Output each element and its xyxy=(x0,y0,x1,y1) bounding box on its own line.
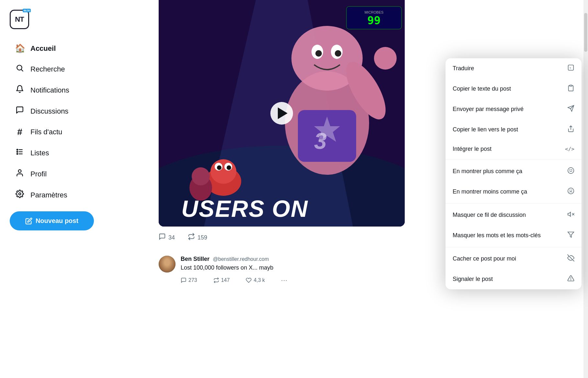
svg-point-4 xyxy=(17,153,18,154)
menu-item-label: Masquer les mots et les mots-clés xyxy=(453,232,564,239)
retweet-icon xyxy=(188,233,195,242)
post-comment-action[interactable]: 273 xyxy=(181,276,197,284)
svg-text:USERS ON: USERS ON xyxy=(181,196,308,222)
svg-line-1 xyxy=(21,70,23,71)
sidebar-item-profil[interactable]: Profil xyxy=(10,164,126,184)
warning-icon xyxy=(567,275,574,284)
sidebar-item-recherche[interactable]: Recherche xyxy=(10,59,126,79)
menu-item-label: Intégrer le post xyxy=(453,146,562,152)
menu-item-montrer-moins[interactable]: En montrer moins comme ça xyxy=(446,182,582,202)
menu-item-label: Traduire xyxy=(453,65,564,72)
svg-point-9 xyxy=(19,193,21,195)
menu-item-envoyer-mp[interactable]: Envoyer par message privé xyxy=(446,99,582,119)
new-post-label: Nouveau post xyxy=(36,217,78,225)
translate-icon: ? xyxy=(567,64,574,73)
menu-item-montrer-plus[interactable]: En montrer plus comme ça xyxy=(446,161,582,182)
clipboard-icon xyxy=(567,84,574,93)
sidebar-item-fils[interactable]: # Fils d'actu xyxy=(10,122,126,142)
menu-item-label: Masquer ce fil de discussion xyxy=(453,212,564,218)
menu-divider-2 xyxy=(446,203,582,204)
main-nav: 🏠 Accueil Recherche Notifications xyxy=(10,39,126,205)
post-body: Ben Stiller @benstiller.redhour.com Lost… xyxy=(181,256,405,284)
sidebar-item-notifications[interactable]: Notifications xyxy=(10,80,126,100)
menu-item-label: Envoyer par message privé xyxy=(453,106,564,113)
menu-item-label: En montrer plus comme ça xyxy=(453,168,564,175)
menu-item-copier-texte[interactable]: Copier le texte du post xyxy=(446,79,582,99)
svg-point-28 xyxy=(217,165,221,170)
svg-marker-48 xyxy=(568,212,571,217)
sidebar-item-label: Recherche xyxy=(30,65,65,73)
post-author: Ben Stiller xyxy=(181,256,209,262)
menu-item-traduire[interactable]: Traduire ? xyxy=(446,58,582,79)
post-stats: 34 159 xyxy=(159,233,207,242)
comment-count: 34 xyxy=(168,234,175,241)
svg-rect-38 xyxy=(570,85,572,86)
avatar-face xyxy=(159,256,175,272)
menu-item-masquer-mots[interactable]: Masquer les mots et les mots-clés xyxy=(446,225,582,246)
logo-badge: BLOG xyxy=(23,9,31,12)
sidebar-item-parametres[interactable]: Paramètres xyxy=(10,185,126,205)
comment-stat[interactable]: 34 xyxy=(159,233,175,242)
sidebar-item-label: Listes xyxy=(30,149,49,157)
play-button[interactable] xyxy=(270,102,293,125)
sidebar-item-label: Notifications xyxy=(30,86,69,94)
svg-point-29 xyxy=(227,165,231,170)
menu-item-integrer[interactable]: Intégrer le post </> xyxy=(446,140,582,158)
post-image-bg: 3 USERS ON MICROBES 99 xyxy=(159,0,405,227)
menu-item-copier-lien[interactable]: Copier le lien vers le post xyxy=(446,119,582,140)
menu-item-masquer-fil[interactable]: Masquer ce fil de discussion xyxy=(446,205,582,225)
sidebar: NT BLOG 🏠 Accueil Recherche Not xyxy=(0,0,136,378)
comment-action-count: 273 xyxy=(188,277,197,283)
post-retweet-action[interactable]: 147 xyxy=(213,276,230,284)
post-like-action[interactable]: 4,3 k xyxy=(246,276,265,284)
menu-item-label: Copier le lien vers le post xyxy=(453,126,564,133)
retweet-action-icon xyxy=(213,277,219,283)
menu-divider-3 xyxy=(446,247,582,247)
svg-point-20 xyxy=(374,47,397,70)
scrollbar-thumb[interactable] xyxy=(584,13,587,52)
settings-icon xyxy=(15,190,25,200)
new-post-button[interactable]: Nouveau post xyxy=(10,211,94,230)
scrollbar[interactable] xyxy=(583,0,588,378)
post-handle: @benstiller.redhour.com xyxy=(213,256,269,262)
retweet-count: 159 xyxy=(198,234,207,241)
hide-icon xyxy=(567,254,574,263)
menu-item-label: Copier le texte du post xyxy=(453,85,564,92)
sidebar-item-label: Accueil xyxy=(30,44,56,53)
svg-point-42 xyxy=(568,168,574,173)
menu-item-label: En montrer moins comme ça xyxy=(453,188,564,195)
sidebar-item-label: Fils d'actu xyxy=(30,128,62,136)
sidebar-item-discussions[interactable]: Discussions xyxy=(10,101,126,121)
sidebar-item-accueil[interactable]: 🏠 Accueil xyxy=(10,39,126,58)
svg-point-2 xyxy=(17,149,18,150)
post-header: Ben Stiller @benstiller.redhour.com xyxy=(181,256,405,262)
svg-point-25 xyxy=(210,159,236,184)
comment-icon xyxy=(159,233,166,242)
post-more-action[interactable]: ··· xyxy=(281,276,288,284)
happy-icon xyxy=(567,167,574,176)
menu-divider-1 xyxy=(446,160,582,160)
mute-icon xyxy=(567,211,574,219)
menu-item-label: Cacher ce post pour moi xyxy=(453,255,564,262)
svg-text:99: 99 xyxy=(368,14,381,27)
logo-text: NT xyxy=(15,15,24,24)
sidebar-item-listes[interactable]: Listes xyxy=(10,143,126,163)
svg-point-3 xyxy=(17,151,18,152)
menu-item-signaler[interactable]: Signaler le post xyxy=(446,269,582,289)
svg-text:3: 3 xyxy=(314,128,327,154)
menu-item-cacher-post[interactable]: Cacher ce post pour moi xyxy=(446,249,582,269)
embed-icon: </> xyxy=(565,146,574,152)
filter-icon xyxy=(567,231,574,240)
svg-point-8 xyxy=(18,170,21,172)
context-menu: Traduire ? Copier le texte du post Envoy… xyxy=(446,58,582,289)
search-icon xyxy=(15,64,25,74)
retweet-stat[interactable]: 159 xyxy=(188,233,207,242)
chat-icon xyxy=(15,106,25,117)
play-triangle-icon xyxy=(278,107,288,119)
svg-point-17 xyxy=(315,50,322,57)
list-icon xyxy=(15,148,25,158)
edit-icon xyxy=(25,217,32,225)
hashtag-icon: # xyxy=(15,127,25,137)
share-icon xyxy=(567,125,574,134)
svg-marker-51 xyxy=(568,232,574,238)
